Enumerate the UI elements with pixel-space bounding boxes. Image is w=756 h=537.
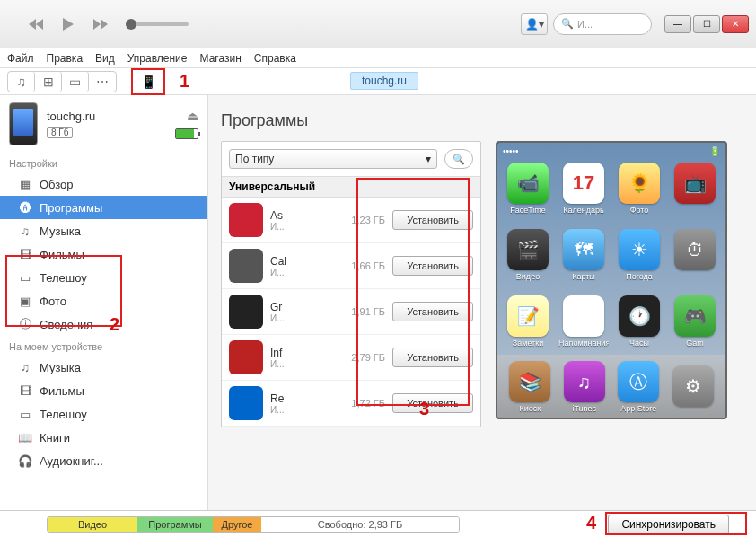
breadcrumb[interactable]: touchg.ru [350, 72, 418, 90]
ios-app-label: Фото [630, 206, 649, 215]
sidebar-item-music[interactable]: ♫Музыка [0, 219, 207, 242]
ios-app-icon: 📝 [507, 295, 549, 337]
annotation-1: 1 [180, 71, 189, 92]
sidebar-item-label: Музыка [40, 361, 81, 374]
app-search-input[interactable]: 🔍 [444, 149, 473, 169]
sidebar-item-label: Музыка [40, 224, 81, 238]
ios-status-bar: ••••• 🔋 [497, 143, 725, 159]
sidebar-item-tv[interactable]: ▭Телешоу [0, 402, 207, 426]
menu-store[interactable]: Магазин [200, 52, 242, 65]
tv-tab-icon[interactable]: ▭ [62, 72, 89, 92]
titlebar: 👤▾ 🔍 И... — ☐ ✕ [0, 0, 756, 48]
ios-dock-app[interactable]: ⒶApp Store [618, 361, 659, 413]
sidebar-item-book[interactable]: 📖Книги [0, 426, 207, 449]
ios-app-label: Видео [516, 272, 540, 281]
grid-icon: ▦ [18, 177, 32, 191]
page-title: Программы [221, 111, 743, 130]
install-button[interactable]: Установить [392, 210, 473, 230]
install-button[interactable]: Установить [392, 348, 473, 367]
sidebar-item-audio[interactable]: 🎧Аудиокниг... [0, 449, 207, 472]
sidebar-item-label: Сведения [40, 318, 92, 331]
ios-app-icon: ⏱ [674, 229, 716, 270]
next-track-button[interactable] [90, 13, 111, 35]
ios-app-icon: 🎮 [674, 295, 716, 337]
ios-signal-icon: ••••• [503, 146, 519, 156]
prev-track-button[interactable] [25, 13, 47, 35]
ios-app-icon: 📚 [509, 361, 550, 402]
film-icon: 🎞 [18, 383, 32, 398]
ios-app[interactable]: 🗺Карты [558, 229, 610, 292]
menu-file[interactable]: Файл [7, 52, 34, 65]
ios-app[interactable]: 17Календарь [558, 163, 610, 225]
menu-edit[interactable]: Правка [47, 52, 84, 65]
sidebar-item-grid[interactable]: ▦Обзор [0, 172, 207, 196]
ios-app[interactable]: 📹FaceTime [502, 163, 554, 225]
close-button[interactable]: ✕ [722, 15, 749, 33]
sidebar-item-photo[interactable]: ▣Фото [0, 289, 207, 313]
ios-dock-app[interactable]: 📚Киоск [509, 361, 550, 413]
app-size: 1,23 ГБ [342, 215, 385, 225]
app-size: 1,66 ГБ [342, 260, 385, 271]
play-button[interactable] [57, 13, 79, 35]
library-search-input[interactable]: 🔍 И... [553, 13, 652, 35]
ios-dock-app[interactable]: ⚙ [672, 365, 714, 409]
film-icon: 🎞 [18, 247, 32, 261]
account-button[interactable]: 👤▾ [521, 13, 548, 35]
device-button[interactable]: 📱 [131, 68, 165, 95]
content-area: Программы По типу ▾ 🔍 Универсальный AsИ.… [208, 95, 756, 510]
ios-app[interactable]: ⏱ [669, 229, 721, 292]
sidebar-item-apps[interactable]: 🅐Программы [0, 196, 207, 219]
music-tab-icon[interactable]: ♫ [8, 72, 35, 92]
annotation-2: 2 [110, 314, 119, 335]
sidebar-item-tv[interactable]: ▭Телешоу [0, 266, 207, 289]
movies-tab-icon[interactable]: ⊞ [35, 72, 62, 92]
sidebar-item-film[interactable]: 🎞Фильмы [0, 379, 207, 402]
sidebar-item-info[interactable]: ⓘСведения [0, 313, 207, 336]
ios-app[interactable]: ═Напоминания [558, 295, 610, 358]
storage-usage-bar: Видео Программы Другое Свободно: 2,93 ГБ [47, 516, 460, 533]
search-icon: 🔍 [561, 18, 574, 30]
ios-app[interactable]: 🌻Фото [613, 163, 665, 225]
ios-dock-app[interactable]: ♫iTunes [564, 361, 605, 413]
ios-app[interactable]: 🎮Gam [669, 295, 721, 358]
more-tab-icon[interactable]: ⋯ [89, 72, 116, 92]
app-name: Gr [270, 301, 335, 313]
volume-slider[interactable] [126, 22, 189, 26]
menu-view[interactable]: Вид [95, 52, 115, 65]
sync-button[interactable]: Синхронизировать [608, 515, 729, 534]
phone-icon: 📱 [135, 72, 162, 92]
ios-app[interactable]: 🕐Часы [613, 295, 665, 358]
ios-app[interactable]: 🎬Видео [502, 229, 554, 292]
maximize-button[interactable]: ☐ [693, 15, 720, 33]
device-name: touchg.ru [47, 110, 166, 123]
chevron-down-icon: ▾ [426, 153, 431, 165]
ios-app[interactable]: ☀Погода [613, 229, 665, 292]
menubar: Файл Правка Вид Управление Магазин Справ… [0, 48, 756, 68]
ios-app-icon: 📹 [507, 163, 549, 204]
ios-app-icon: 🗺 [563, 229, 604, 270]
sidebar-item-label: Аудиокниг... [40, 454, 103, 468]
sidebar-item-label: Фильмы [40, 248, 84, 261]
sidebar-item-film[interactable]: 🎞Фильмы [0, 242, 207, 266]
ios-app[interactable]: 📝Заметки [502, 295, 554, 358]
install-button[interactable]: Установить [392, 302, 473, 321]
photo-icon: ▣ [18, 294, 32, 308]
sidebar: touchg.ru 8 Гб ⏏ Настройки ▦Обзор🅐Програ… [0, 95, 208, 510]
menu-controls[interactable]: Управление [127, 52, 188, 65]
install-button[interactable]: Установить [392, 256, 473, 276]
storage-other: Другое [213, 517, 261, 532]
ios-app-label: FaceTime [510, 206, 546, 215]
sidebar-item-label: Фото [40, 295, 66, 308]
ios-app-icon: ⚙ [672, 365, 714, 407]
storage-free: Свободно: 2,93 ГБ [261, 517, 459, 532]
ios-app-label: Gam [686, 339, 704, 348]
ios-app[interactable]: 📺 [669, 163, 721, 225]
sort-select[interactable]: По типу ▾ [229, 149, 437, 169]
app-icon [229, 295, 263, 329]
minimize-button[interactable]: — [664, 15, 691, 33]
menu-help[interactable]: Справка [254, 52, 296, 65]
sidebar-item-music[interactable]: ♫Музыка [0, 356, 207, 379]
eject-icon[interactable]: ⏏ [187, 109, 198, 123]
install-button[interactable]: Установить [392, 393, 473, 413]
app-row: ReИ...1,72 ГБУстановить [222, 381, 480, 427]
